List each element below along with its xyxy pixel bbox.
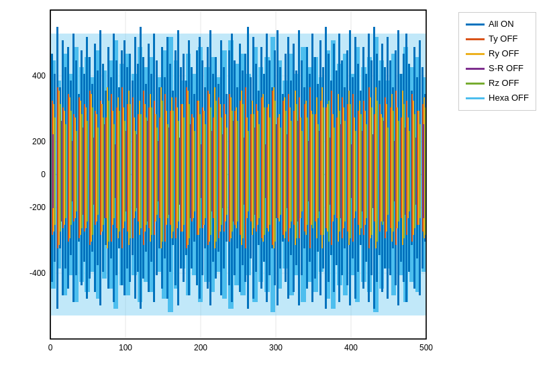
svg-rect-753 <box>140 114 142 175</box>
svg-rect-463 <box>304 104 305 175</box>
svg-rect-422 <box>191 175 193 222</box>
svg-rect-466 <box>309 175 311 248</box>
svg-rect-589 <box>268 104 269 175</box>
svg-rect-490 <box>374 175 375 222</box>
svg-rect-854 <box>409 175 410 211</box>
chart-container: 400 200 0 -200 -400 0 100 200 300 400 50… <box>0 0 551 392</box>
svg-rect-596 <box>284 175 285 238</box>
svg-text:300: 300 <box>269 343 283 352</box>
svg-rect-498 <box>395 175 397 245</box>
svg-rect-774 <box>194 175 195 211</box>
svg-rect-496 <box>390 175 391 228</box>
svg-rect-741 <box>108 101 109 175</box>
svg-rect-408 <box>154 175 155 235</box>
svg-rect-766 <box>172 175 174 232</box>
svg-rect-447 <box>261 97 262 175</box>
svg-rect-379 <box>79 97 80 175</box>
svg-rect-479 <box>347 104 348 175</box>
svg-rect-468 <box>315 175 316 222</box>
svg-rect-555 <box>177 107 178 175</box>
svg-rect-435 <box>229 94 230 175</box>
svg-rect-759 <box>156 128 158 175</box>
svg-rect-724 <box>60 175 61 232</box>
svg-rect-416 <box>175 175 177 238</box>
svg-rect-721 <box>54 117 56 175</box>
svg-rect-441 <box>245 87 246 175</box>
svg-rect-586 <box>257 175 258 225</box>
svg-rect-446 <box>256 175 257 232</box>
svg-rect-478 <box>342 175 343 238</box>
svg-rect-499 <box>401 117 402 175</box>
svg-rect-808 <box>285 175 287 232</box>
svg-rect-543 <box>144 104 146 175</box>
svg-rect-823 <box>328 101 330 175</box>
svg-rect-845 <box>387 128 389 175</box>
svg-rect-739 <box>103 117 104 175</box>
svg-rect-562 <box>193 175 194 218</box>
svg-rect-572 <box>219 175 221 232</box>
svg-rect-762 <box>162 175 163 242</box>
svg-rect-646 <box>418 175 419 225</box>
svg-rect-581 <box>246 117 248 175</box>
legend-label-hexa-off: Hexa OFF <box>489 91 529 105</box>
svg-rect-856 <box>414 175 415 228</box>
svg-rect-633 <box>386 104 387 175</box>
svg-rect-769 <box>183 117 185 175</box>
svg-rect-556 <box>177 175 178 228</box>
legend-label-rz-off: Rz OFF <box>489 76 519 91</box>
svg-rect-550 <box>160 175 162 248</box>
svg-rect-382 <box>84 175 85 232</box>
svg-rect-538 <box>128 175 130 245</box>
svg-rect-638 <box>397 175 398 228</box>
svg-rect-552 <box>166 175 167 225</box>
svg-rect-600 <box>295 175 296 245</box>
svg-rect-587 <box>262 94 264 175</box>
svg-rect-857 <box>419 124 421 175</box>
svg-rect-780 <box>210 175 211 235</box>
svg-rect-475 <box>336 117 338 175</box>
svg-rect-842 <box>377 175 378 242</box>
svg-rect-846 <box>387 175 389 215</box>
svg-rect-411 <box>164 94 166 175</box>
svg-rect-783 <box>221 117 222 175</box>
svg-rect-390 <box>105 175 107 218</box>
svg-rect-747 <box>124 121 126 175</box>
svg-rect-544 <box>144 175 146 232</box>
svg-rect-777 <box>205 124 206 175</box>
svg-rect-563 <box>198 101 199 175</box>
svg-rect-618 <box>343 175 344 228</box>
svg-rect-634 <box>386 175 387 232</box>
svg-rect-374 <box>62 175 64 228</box>
svg-rect-542 <box>139 175 140 235</box>
svg-rect-617 <box>343 107 344 175</box>
svg-rect-460 <box>293 175 295 225</box>
svg-rect-564 <box>198 175 199 235</box>
svg-rect-480 <box>347 175 348 232</box>
svg-rect-560 <box>187 175 189 245</box>
svg-text:0: 0 <box>48 343 53 352</box>
svg-rect-577 <box>236 107 237 175</box>
chart-legend: All ON Ty OFF Ry OFF S-R OFF Rz OFF Hexa… <box>458 12 536 111</box>
svg-rect-513 <box>64 111 65 175</box>
svg-rect-628 <box>370 175 371 238</box>
svg-rect-561 <box>193 117 194 175</box>
svg-rect-725 <box>65 124 66 175</box>
svg-rect-805 <box>280 128 281 175</box>
svg-rect-580 <box>241 175 242 245</box>
svg-rect-467 <box>315 114 316 175</box>
legend-item-sr-off: S-R OFF <box>466 61 529 76</box>
svg-rect-644 <box>413 175 414 235</box>
svg-rect-784 <box>221 175 222 225</box>
svg-rect-604 <box>305 175 307 235</box>
svg-rect-814 <box>301 175 303 211</box>
svg-rect-574 <box>225 175 226 222</box>
svg-rect-582 <box>246 175 248 218</box>
svg-rect-438 <box>234 175 236 225</box>
svg-rect-796 <box>253 175 254 228</box>
svg-rect-570 <box>214 175 215 248</box>
svg-rect-772 <box>189 175 190 238</box>
svg-rect-736 <box>92 175 93 235</box>
svg-rect-748 <box>124 175 126 222</box>
svg-rect-442 <box>245 175 246 248</box>
svg-rect-394 <box>116 175 117 228</box>
